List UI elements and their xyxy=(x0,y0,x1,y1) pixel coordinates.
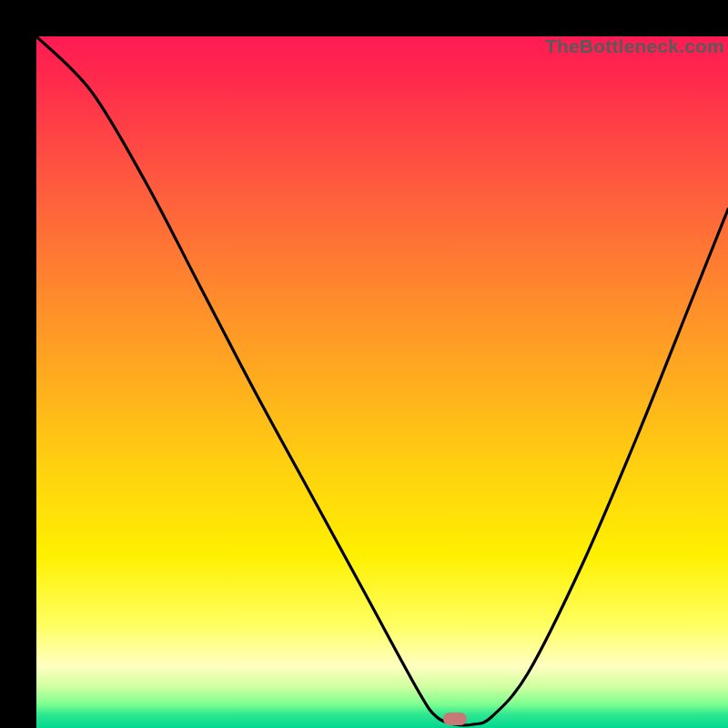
plot-area: TheBottleneck.com xyxy=(36,36,728,728)
heat-gradient-background xyxy=(36,36,728,728)
watermark-text: TheBottleneck.com xyxy=(545,35,724,57)
optimal-marker xyxy=(443,713,467,725)
chart-frame: TheBottleneck.com xyxy=(0,0,728,728)
